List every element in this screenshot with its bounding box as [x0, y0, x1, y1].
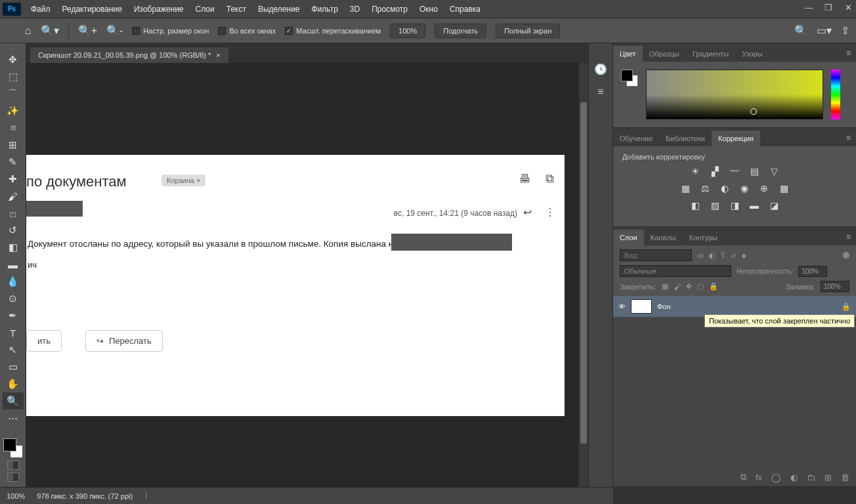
hue-icon[interactable]: ▦ [679, 183, 692, 195]
properties-panel-icon[interactable]: ≡ [597, 86, 603, 98]
status-dimensions[interactable]: 978 пикс. x 390 пикс. (72 ppi) [37, 492, 133, 500]
color-field[interactable] [646, 70, 823, 119]
pen-tool[interactable]: ✒ [3, 307, 24, 324]
layer-row[interactable]: 👁 Фон 🔒 Показывает, что слой закреплен ч… [613, 296, 856, 317]
fullscreen-button[interactable]: Полный экран [496, 24, 560, 38]
color-picker-ring[interactable] [750, 108, 757, 115]
eraser-tool[interactable]: ◧ [3, 239, 24, 256]
menu-view[interactable]: Просмотр [366, 0, 414, 18]
workspace-icon[interactable]: ▭▾ [817, 24, 832, 37]
posterize-icon[interactable]: ▨ [708, 200, 721, 212]
zoom-tool-icon[interactable]: 🔍▾ [41, 24, 59, 37]
scrollbar-thumb[interactable] [580, 102, 587, 444]
delete-icon[interactable]: 🗑 [841, 472, 849, 482]
fill-input[interactable]: 100% [821, 281, 849, 292]
frame-tool[interactable]: ⊞ [3, 136, 24, 154]
selective-icon[interactable]: ◪ [767, 200, 781, 212]
gradient-map-icon[interactable]: ▬ [748, 200, 761, 212]
brush-tool[interactable]: 🖌 [3, 188, 24, 205]
shape-tool[interactable]: ▭ [3, 358, 24, 375]
history-panel-icon[interactable]: 🕓 [594, 63, 607, 75]
tab-paths[interactable]: Контуры [683, 230, 724, 245]
menu-window[interactable]: Окно [414, 0, 444, 18]
history-brush-tool[interactable]: ↺ [3, 222, 24, 239]
lock-all-icon[interactable]: 🔒 [709, 282, 718, 291]
menu-select[interactable]: Выделение [252, 0, 306, 18]
tab-color[interactable]: Цвет [613, 46, 643, 62]
checkbox-resize-windows[interactable]: Настр. размер окон [132, 27, 209, 35]
checkbox-all-windows[interactable]: Во всех окнах [218, 27, 276, 35]
filter-image-icon[interactable]: ▭ [697, 251, 704, 260]
tab-libraries[interactable]: Библиотеки [659, 131, 712, 146]
fit-button[interactable]: Подогнать [435, 24, 486, 38]
vertical-scrollbar[interactable] [579, 63, 588, 487]
opacity-input[interactable]: 100% [798, 266, 827, 277]
window-restore-icon[interactable]: ❐ [823, 3, 834, 12]
tab-adjustments[interactable]: Коррекция [712, 131, 760, 146]
invert-icon[interactable]: ◧ [689, 200, 702, 212]
levels-icon[interactable]: ▞ [708, 166, 721, 178]
layer-filter-input[interactable] [620, 249, 692, 261]
menu-image[interactable]: Изображение [128, 0, 190, 18]
zoom-level-button[interactable]: 100% [390, 24, 425, 38]
close-tab-icon[interactable]: × [216, 51, 220, 59]
visibility-icon[interactable]: 👁 [618, 303, 626, 310]
lock-icon[interactable]: 🔒 [842, 303, 851, 311]
grip-icon[interactable]: ⋯ [11, 46, 16, 51]
grip-icon[interactable]: ⋮⋮ [5, 28, 16, 33]
adjustment-layer-icon[interactable]: ◐ [790, 472, 798, 482]
photo-filter-icon[interactable]: ◉ [738, 183, 751, 195]
panel-menu-icon[interactable]: ≡ [841, 228, 856, 245]
brightness-icon[interactable]: ☀ [689, 166, 702, 178]
fg-bg-color[interactable] [3, 438, 23, 458]
stamp-tool[interactable]: ⏍ [3, 205, 24, 222]
document-tab[interactable]: Скриншот 20.09.21_00.05.39.png @ 100% (R… [30, 47, 228, 63]
blend-mode-select[interactable]: Обычные [620, 265, 731, 277]
more-tools[interactable]: ⋯ [3, 410, 24, 427]
tab-layers[interactable]: Слои [613, 230, 644, 245]
type-tool[interactable]: T [3, 324, 24, 341]
filter-toggle[interactable] [843, 252, 849, 259]
menu-3d[interactable]: 3D [344, 0, 366, 18]
path-tool[interactable]: ↖ [3, 341, 24, 358]
zoom-out-icon[interactable]: 🔍- [106, 24, 123, 37]
filter-shape-icon[interactable]: ▱ [731, 251, 736, 260]
eyedropper-tool[interactable]: ✎ [3, 154, 24, 171]
tab-patterns[interactable]: Узоры [735, 46, 769, 62]
curves-icon[interactable]: 〰 [728, 166, 741, 178]
crop-tool[interactable]: ⌗ [3, 119, 24, 136]
healing-tool[interactable]: ✚ [3, 171, 24, 188]
search-icon[interactable]: 🔍 [794, 24, 807, 37]
checkbox-scrubby-zoom[interactable]: ✓Масшт. перетаскиванием [285, 27, 381, 35]
panel-menu-icon[interactable]: ≡ [841, 129, 856, 146]
lock-brush-icon[interactable]: 🖌 [674, 283, 681, 291]
threshold-icon[interactable]: ◨ [728, 200, 741, 212]
mixer-icon[interactable]: ⊕ [758, 183, 771, 195]
link-icon[interactable]: ⧉ [740, 472, 746, 482]
hand-tool[interactable]: ✋ [3, 375, 24, 392]
lookup-icon[interactable]: ▩ [777, 183, 790, 195]
lock-pixels-icon[interactable]: ▦ [662, 282, 668, 291]
window-close-icon[interactable]: ✕ [843, 3, 853, 12]
home-icon[interactable]: ⌂ [25, 25, 32, 37]
filter-type-icon[interactable]: T [721, 251, 725, 259]
tab-channels[interactable]: Каналы [644, 230, 683, 245]
window-minimize-icon[interactable]: — [803, 3, 814, 12]
blur-tool[interactable]: 💧 [3, 273, 24, 290]
fx-icon[interactable]: fx [756, 472, 762, 482]
balance-icon[interactable]: ⚖ [698, 183, 712, 195]
tab-gradients[interactable]: Градиенты [686, 46, 735, 62]
layer-thumbnail[interactable] [631, 299, 652, 314]
lock-artboard-icon[interactable]: ▢ [697, 282, 704, 291]
lock-position-icon[interactable]: ✥ [686, 282, 692, 291]
panel-menu-icon[interactable]: ≡ [841, 45, 856, 62]
tab-learn[interactable]: Обучение [613, 131, 659, 146]
exposure-icon[interactable]: ▤ [748, 166, 761, 178]
wand-tool[interactable]: ✨ [3, 102, 24, 119]
filter-adjust-icon[interactable]: ◐ [709, 251, 716, 260]
dodge-tool[interactable]: ⊙ [3, 290, 24, 307]
vibrance-icon[interactable]: ▽ [767, 166, 781, 178]
group-icon[interactable]: 🗀 [807, 472, 815, 482]
menu-text[interactable]: Текст [221, 0, 252, 18]
mask-icon[interactable]: ◯ [771, 472, 781, 482]
